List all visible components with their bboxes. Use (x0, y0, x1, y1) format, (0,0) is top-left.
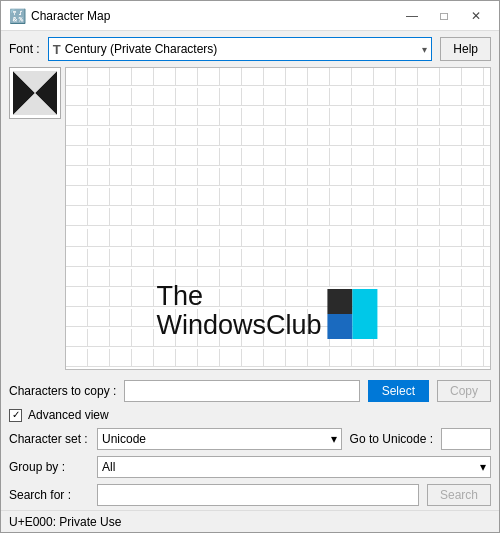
table-row[interactable] (374, 68, 396, 86)
table-row[interactable] (462, 309, 484, 327)
table-row[interactable] (264, 68, 286, 86)
table-row[interactable] (308, 269, 330, 287)
table-row[interactable] (242, 188, 264, 206)
table-row[interactable] (330, 289, 352, 307)
table-row[interactable] (286, 88, 308, 106)
table-row[interactable] (330, 329, 352, 347)
table-row[interactable] (396, 68, 418, 86)
table-row[interactable] (286, 168, 308, 186)
table-row[interactable] (154, 88, 176, 106)
table-row[interactable] (462, 249, 484, 267)
table-row[interactable] (66, 349, 88, 367)
table-row[interactable] (396, 148, 418, 166)
table-row[interactable] (242, 148, 264, 166)
table-row[interactable] (132, 88, 154, 106)
table-row[interactable] (220, 249, 242, 267)
table-row[interactable] (242, 208, 264, 226)
maximize-button[interactable]: □ (429, 6, 459, 26)
table-row[interactable] (374, 168, 396, 186)
table-row[interactable] (462, 128, 484, 146)
table-row[interactable] (220, 309, 242, 327)
table-row[interactable] (66, 128, 88, 146)
table-row[interactable] (154, 269, 176, 287)
table-row[interactable] (154, 289, 176, 307)
table-row[interactable] (132, 329, 154, 347)
table-row[interactable] (220, 289, 242, 307)
table-row[interactable] (154, 68, 176, 86)
table-row[interactable] (242, 249, 264, 267)
table-row[interactable] (308, 289, 330, 307)
table-row[interactable] (176, 249, 198, 267)
table-row[interactable] (462, 68, 484, 86)
table-row[interactable] (374, 108, 396, 126)
table-row[interactable] (462, 88, 484, 106)
table-row[interactable] (88, 349, 110, 367)
table-row[interactable] (198, 229, 220, 247)
table-row[interactable] (220, 168, 242, 186)
table-row[interactable] (308, 249, 330, 267)
table-row[interactable] (198, 128, 220, 146)
table-row[interactable] (198, 269, 220, 287)
table-row[interactable] (462, 269, 484, 287)
table-row[interactable] (220, 148, 242, 166)
table-row[interactable] (308, 128, 330, 146)
close-button[interactable]: ✕ (461, 6, 491, 26)
table-row[interactable] (110, 289, 132, 307)
table-row[interactable] (88, 249, 110, 267)
table-row[interactable] (176, 128, 198, 146)
table-row[interactable] (88, 88, 110, 106)
table-row[interactable] (330, 208, 352, 226)
table-row[interactable] (330, 349, 352, 367)
table-row[interactable] (110, 309, 132, 327)
copy-button[interactable]: Copy (437, 380, 491, 402)
table-row[interactable] (66, 188, 88, 206)
table-row[interactable] (418, 88, 440, 106)
search-input[interactable] (97, 484, 419, 506)
minimize-button[interactable]: — (397, 6, 427, 26)
table-row[interactable] (308, 329, 330, 347)
table-row[interactable] (264, 229, 286, 247)
table-row[interactable] (418, 68, 440, 86)
table-row[interactable] (198, 88, 220, 106)
table-row[interactable] (308, 68, 330, 86)
select-button[interactable]: Select (368, 380, 429, 402)
table-row[interactable] (66, 108, 88, 126)
table-row[interactable] (352, 188, 374, 206)
table-row[interactable] (154, 148, 176, 166)
table-row[interactable] (110, 329, 132, 347)
table-row[interactable] (440, 229, 462, 247)
table-row[interactable] (110, 208, 132, 226)
table-row[interactable] (440, 188, 462, 206)
table-row[interactable] (330, 68, 352, 86)
table-row[interactable] (220, 128, 242, 146)
table-row[interactable] (352, 349, 374, 367)
table-row[interactable] (110, 88, 132, 106)
table-row[interactable] (154, 229, 176, 247)
table-row[interactable] (352, 68, 374, 86)
table-row[interactable] (396, 128, 418, 146)
table-row[interactable] (374, 208, 396, 226)
table-row[interactable] (154, 309, 176, 327)
table-row[interactable] (484, 329, 491, 347)
table-row[interactable] (176, 289, 198, 307)
table-row[interactable] (220, 88, 242, 106)
table-row[interactable] (132, 349, 154, 367)
table-row[interactable] (352, 88, 374, 106)
table-row[interactable] (110, 168, 132, 186)
search-button[interactable]: Search (427, 484, 491, 506)
table-row[interactable] (418, 349, 440, 367)
table-row[interactable] (374, 349, 396, 367)
table-row[interactable] (440, 309, 462, 327)
table-row[interactable] (264, 249, 286, 267)
table-row[interactable] (484, 108, 491, 126)
table-row[interactable] (132, 128, 154, 146)
table-row[interactable] (88, 208, 110, 226)
table-row[interactable] (462, 108, 484, 126)
table-row[interactable] (242, 168, 264, 186)
table-row[interactable] (242, 349, 264, 367)
table-row[interactable] (176, 108, 198, 126)
table-row[interactable] (484, 88, 491, 106)
table-row[interactable] (396, 249, 418, 267)
go-to-unicode-input[interactable] (441, 428, 491, 450)
table-row[interactable] (110, 269, 132, 287)
